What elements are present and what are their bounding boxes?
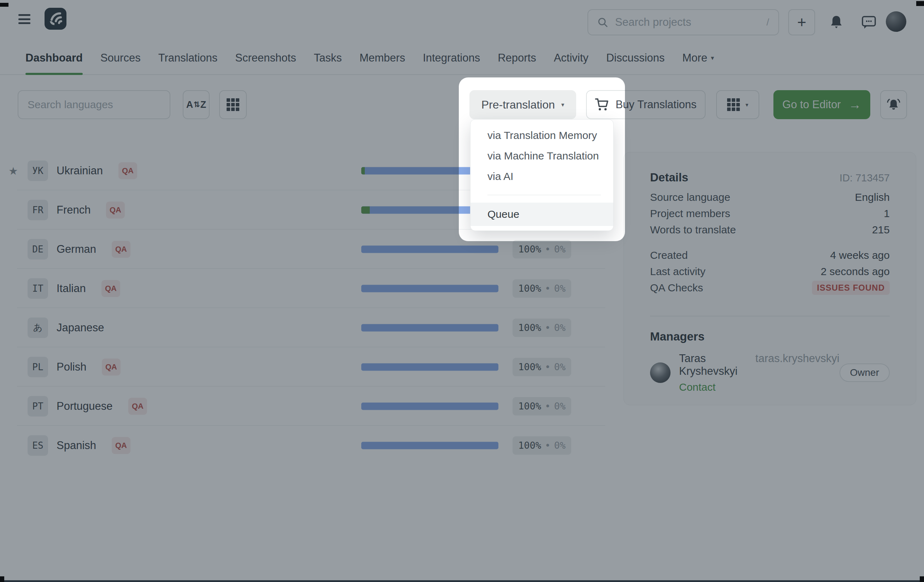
- progress-stats: 100%•0%: [513, 319, 571, 337]
- top-bar: Search projects / +: [0, 0, 924, 40]
- manager-contact-link[interactable]: Contact: [679, 381, 840, 393]
- window-corner: [916, 1, 924, 6]
- translated-percent: 100%: [518, 440, 541, 451]
- dot-separator: •: [545, 361, 550, 372]
- progress-bar-tm-segment: [361, 206, 370, 213]
- translated-percent: 100%: [518, 401, 541, 412]
- tab-sources[interactable]: Sources: [101, 42, 141, 74]
- detail-value: 4 weeks ago: [830, 249, 890, 261]
- language-notifications-button[interactable]: [880, 90, 907, 119]
- language-row-polish[interactable]: PLPolishQA100%•0%: [0, 347, 625, 387]
- language-name: Italian: [56, 282, 86, 295]
- menu-item-queue[interactable]: Queue: [470, 203, 613, 226]
- search-icon: [597, 17, 608, 28]
- search-projects-input[interactable]: Search projects /: [587, 9, 779, 35]
- qa-issues-found-badge[interactable]: ISSUES FOUND: [812, 281, 890, 295]
- buy-translations-button[interactable]: Buy Translations: [586, 90, 706, 119]
- progress-bar: [361, 363, 498, 370]
- grid-view-button[interactable]: [219, 90, 247, 119]
- language-row-japanese[interactable]: あJapanese100%•0%: [0, 308, 625, 347]
- tab-dashboard[interactable]: Dashboard: [25, 42, 83, 74]
- tab-tasks[interactable]: Tasks: [314, 42, 342, 74]
- notifications-bell-icon[interactable]: [826, 9, 847, 35]
- owner-role-badge[interactable]: Owner: [840, 364, 890, 382]
- language-row-german[interactable]: DEGermanQA100%•0%: [0, 230, 625, 269]
- language-code-badge: УК: [28, 160, 48, 181]
- qa-badge[interactable]: QA: [101, 280, 120, 297]
- language-name: French: [56, 204, 91, 217]
- messages-icon[interactable]: [858, 9, 879, 35]
- dot-separator: •: [545, 440, 550, 451]
- details-title: Details: [650, 171, 688, 184]
- tab-discussions[interactable]: Discussions: [606, 42, 665, 74]
- detail-label: Project members: [650, 208, 730, 220]
- detail-row: Words to translate215: [650, 222, 890, 238]
- progress-stats: 100%•0%: [513, 240, 571, 258]
- detail-row: Source languageEnglish: [650, 189, 890, 205]
- chevron-down-icon: ▾: [711, 54, 714, 62]
- search-projects-placeholder: Search projects: [615, 16, 759, 29]
- window-corner: [920, 576, 924, 582]
- menu-item-via-machine-translation[interactable]: via Machine Translation: [470, 146, 613, 166]
- translated-percent: 100%: [518, 322, 541, 333]
- dot-separator: •: [545, 244, 550, 255]
- project-dashboard-page: Search projects / + DashboardSourcesTran…: [0, 0, 924, 582]
- qa-badge[interactable]: QA: [106, 202, 125, 218]
- go-to-editor-label: Go to Editor: [782, 98, 841, 111]
- tab-activity[interactable]: Activity: [554, 42, 589, 74]
- tab-members[interactable]: Members: [360, 42, 405, 74]
- menu-item-via-translation-memory[interactable]: via Translation Memory: [470, 125, 613, 146]
- create-project-button[interactable]: +: [788, 9, 815, 35]
- manager-avatar[interactable]: [650, 362, 671, 383]
- qa-badge[interactable]: QA: [112, 437, 130, 454]
- view-mode-dropdown[interactable]: ▾: [716, 90, 759, 119]
- approved-percent: 0%: [554, 244, 566, 255]
- detail-row: Created4 weeks ago: [650, 247, 890, 263]
- sort-z-letter: Z: [200, 99, 206, 110]
- crowdin-logo[interactable]: [45, 8, 66, 30]
- details-panel: Details ID: 713457 Source languageEnglis…: [624, 152, 916, 405]
- go-to-editor-button[interactable]: Go to Editor →: [774, 90, 870, 119]
- sort-a-letter: A: [186, 99, 193, 110]
- language-code-badge: IT: [28, 278, 48, 299]
- menu-item-via-ai[interactable]: via AI: [470, 166, 613, 187]
- detail-value: 215: [872, 224, 890, 236]
- grid-icon: [727, 98, 740, 111]
- star-icon[interactable]: ★: [8, 164, 18, 177]
- dot-separator: •: [545, 322, 550, 333]
- search-languages-input[interactable]: Search languages: [18, 90, 170, 119]
- language-code-badge: DE: [28, 239, 48, 260]
- manager-name[interactable]: Taras Kryshevskyi: [679, 352, 750, 378]
- chevron-down-icon: ▾: [561, 101, 564, 109]
- qa-badge[interactable]: QA: [112, 241, 130, 258]
- tab-screenshots[interactable]: Screenshots: [235, 42, 296, 74]
- language-name: Japanese: [56, 321, 104, 334]
- pre-translation-button[interactable]: Pre-translation ▾: [469, 90, 576, 119]
- window-corner: [0, 3, 8, 7]
- detail-label: Last activity: [650, 266, 706, 278]
- user-avatar[interactable]: [886, 11, 906, 32]
- language-row-spanish[interactable]: ESSpanishQA100%•0%: [0, 426, 625, 465]
- language-name: Polish: [56, 360, 86, 374]
- tab-translations[interactable]: Translations: [158, 42, 218, 74]
- sort-alphabetically-button[interactable]: A⇅Z: [183, 90, 210, 119]
- qa-badge[interactable]: QA: [119, 162, 137, 179]
- approved-percent: 0%: [554, 440, 566, 451]
- tab-more[interactable]: More▾: [682, 42, 714, 74]
- translated-percent: 100%: [518, 361, 541, 372]
- progress-stats: 100%•0%: [513, 279, 571, 298]
- language-name: Ukrainian: [56, 164, 103, 177]
- manager-row: Taras Kryshevskyi taras.kryshevskyi Cont…: [650, 357, 890, 389]
- dot-separator: •: [545, 401, 550, 412]
- translated-percent: 100%: [518, 244, 541, 255]
- qa-badge[interactable]: QA: [102, 359, 120, 375]
- language-row-portuguese[interactable]: PTPortugueseQA100%•0%: [0, 387, 625, 426]
- tab-reports[interactable]: Reports: [498, 42, 536, 74]
- language-code-badge: ES: [28, 435, 48, 456]
- qa-badge[interactable]: QA: [128, 398, 147, 415]
- tab-integrations[interactable]: Integrations: [423, 42, 480, 74]
- detail-value: 2 seconds ago: [821, 266, 890, 278]
- crowdin-logo-mark: [47, 11, 64, 27]
- hamburger-menu-icon[interactable]: [18, 14, 30, 24]
- language-row-italian[interactable]: ITItalianQA100%•0%: [0, 269, 625, 308]
